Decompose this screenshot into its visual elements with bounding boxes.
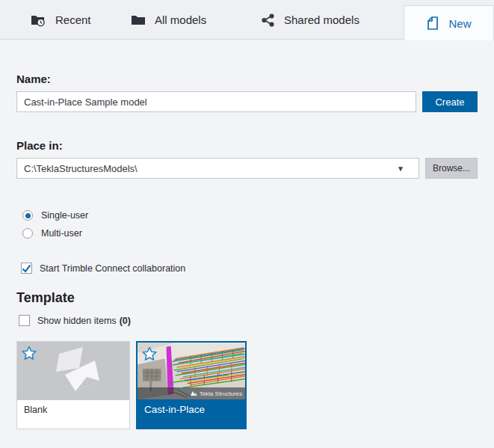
multi-user-option[interactable]: Multi-user <box>22 228 478 239</box>
cast-in-place-thumbnail: Tekla Structures <box>138 343 245 399</box>
trimble-logo-icon <box>191 391 197 396</box>
template-card-list: Blank <box>16 341 478 429</box>
share-icon <box>262 13 275 27</box>
new-model-dialog: Recent All models <box>0 0 494 448</box>
name-label: Name: <box>16 73 478 85</box>
tab-recent[interactable]: Recent <box>30 0 91 40</box>
blank-template-thumbnail <box>17 342 129 400</box>
show-hidden-items-checkbox[interactable] <box>19 315 30 326</box>
single-user-option[interactable]: Single-user <box>22 210 478 221</box>
template-card-label: Blank <box>17 400 129 429</box>
favorite-star-icon[interactable] <box>142 346 157 364</box>
template-section-title: Template <box>16 290 478 306</box>
template-card-cast-in-place[interactable]: Tekla Structures Cast-in-Place <box>136 341 247 429</box>
show-hidden-items-label: Show hidden items(0) <box>37 316 131 326</box>
tab-all-models[interactable]: All models <box>131 0 206 40</box>
tab-new-label: New <box>448 17 471 30</box>
recent-folder-clock-icon <box>30 13 46 28</box>
template-card-label: Cast-in-Place <box>138 399 245 428</box>
tab-all-models-label: All models <box>155 13 206 26</box>
checkmark-icon <box>22 264 31 273</box>
tekla-watermark: Tekla Structures <box>138 387 245 399</box>
place-in-dropdown[interactable]: C:\TeklaStructuresModels\ ▼ <box>16 158 419 179</box>
tab-recent-label: Recent <box>55 13 91 26</box>
browse-button[interactable]: Browse... <box>425 158 478 179</box>
user-mode-group: Single-user Multi-user <box>22 210 478 239</box>
template-card-blank[interactable]: Blank <box>16 341 130 429</box>
folder-icon <box>131 13 146 27</box>
multi-user-label: Multi-user <box>41 228 82 239</box>
multi-user-radio[interactable] <box>22 228 33 239</box>
single-user-radio[interactable] <box>22 210 33 221</box>
single-user-label: Single-user <box>41 210 88 221</box>
new-document-icon <box>426 16 439 31</box>
favorite-star-icon[interactable] <box>22 346 37 363</box>
trimble-connect-checkbox[interactable] <box>21 263 32 274</box>
show-hidden-items-option[interactable]: Show hidden items(0) <box>19 315 478 326</box>
show-hidden-items-count: (0) <box>120 316 131 326</box>
place-in-value: C:\TeklaStructuresModels\ <box>24 163 397 174</box>
tab-bar: Recent All models <box>0 0 494 40</box>
new-model-form: Name: Create Place in: C:\TeklaStructure… <box>0 40 494 448</box>
tab-new[interactable]: New <box>404 5 494 40</box>
model-name-input[interactable] <box>16 91 416 112</box>
trimble-connect-option[interactable]: Start Trimble Connect collaboration <box>21 263 478 274</box>
watermark-text: Tekla Structures <box>200 390 242 397</box>
create-button[interactable]: Create <box>422 91 478 112</box>
trimble-connect-label: Start Trimble Connect collaboration <box>40 263 185 274</box>
tab-shared-models[interactable]: Shared models <box>262 0 359 40</box>
place-in-label: Place in: <box>16 139 478 152</box>
chevron-down-icon[interactable]: ▼ <box>397 165 412 173</box>
tab-shared-models-label: Shared models <box>284 13 359 26</box>
